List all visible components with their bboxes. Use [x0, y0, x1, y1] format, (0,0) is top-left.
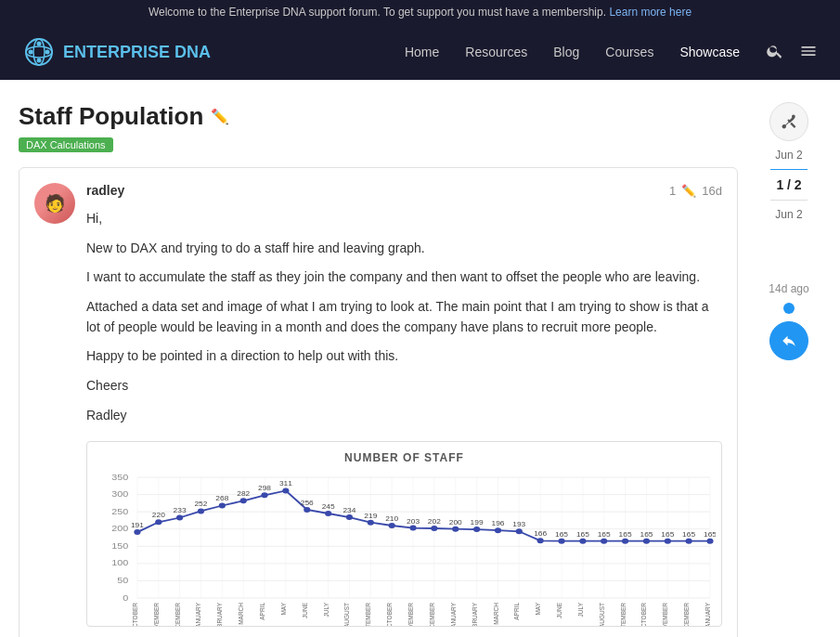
search-icon[interactable] [766, 42, 784, 63]
svg-text:DECEMBER: DECEMBER [428, 603, 436, 626]
logo: ENTERPRISE DNA [22, 35, 211, 69]
post-header: radley 1 ✏️ 16d [86, 183, 722, 198]
post-timestamp: 16d [702, 184, 722, 198]
svg-text:FEBRUARY: FEBRUARY [216, 602, 225, 625]
svg-text:165: 165 [704, 530, 716, 538]
chart-title: NUMBER OF STAFF [93, 451, 716, 464]
sidebar-ago: 14d ago [769, 282, 808, 295]
tag-badge[interactable]: DAX Calculations [19, 137, 113, 152]
svg-point-123 [643, 538, 650, 543]
svg-text:350: 350 [111, 472, 128, 481]
svg-point-72 [282, 488, 289, 493]
svg-point-69 [261, 492, 267, 498]
svg-text:268: 268 [215, 495, 228, 502]
nav-home[interactable]: Home [405, 45, 439, 59]
svg-text:OCTOBER: OCTOBER [386, 603, 394, 626]
svg-text:MARCH: MARCH [492, 603, 500, 625]
svg-point-114 [579, 538, 586, 543]
wrench-icon [781, 113, 797, 130]
sidebar: Jun 2 1 / 2 Jun 2 14d ago [756, 102, 821, 637]
sidebar-page: 1 / 2 [776, 177, 801, 192]
post-greeting: Hi, [86, 209, 722, 229]
svg-text:JANUARY: JANUARY [195, 602, 203, 625]
svg-point-51 [134, 529, 140, 535]
nav-resources[interactable]: Resources [465, 45, 527, 59]
menu-icon[interactable] [799, 42, 818, 63]
sidebar-divider-bottom [770, 200, 808, 201]
svg-text:165: 165 [576, 530, 589, 538]
svg-text:166: 166 [534, 529, 547, 537]
svg-text:0: 0 [123, 592, 129, 602]
svg-point-81 [346, 514, 353, 520]
svg-point-63 [219, 502, 226, 508]
svg-text:SEPTEMBER: SEPTEMBER [365, 603, 373, 626]
svg-text:JANUARY: JANUARY [449, 602, 458, 625]
svg-point-108 [537, 538, 544, 543]
svg-point-75 [304, 506, 310, 512]
svg-text:NOVEMBER: NOVEMBER [662, 603, 670, 626]
sidebar-divider-top [770, 169, 808, 170]
svg-point-5 [29, 50, 33, 55]
svg-point-87 [389, 523, 395, 528]
title-row: Staff Population ✏️ [19, 102, 738, 131]
post-line-1: New to DAX and trying to do a staff hire… [86, 239, 722, 259]
nav-blog[interactable]: Blog [553, 45, 579, 59]
svg-text:233: 233 [174, 507, 187, 514]
svg-text:196: 196 [492, 519, 505, 526]
avatar: 🧑 [34, 183, 75, 224]
svg-text:NOVEMBER: NOVEMBER [152, 603, 161, 626]
svg-text:165: 165 [598, 530, 611, 538]
svg-text:OCTOBER: OCTOBER [131, 603, 139, 626]
page-content: Staff Population ✏️ DAX Calculations 🧑 r… [0, 80, 840, 637]
svg-text:311: 311 [279, 480, 292, 488]
chart-area: 350 300 250 200 150 100 50 [93, 468, 716, 626]
sidebar-dot [783, 303, 795, 314]
svg-text:165: 165 [682, 530, 695, 538]
nav-courses[interactable]: Courses [605, 45, 653, 59]
svg-point-132 [706, 538, 713, 543]
svg-text:203: 203 [407, 517, 420, 525]
reply-button[interactable] [769, 321, 808, 360]
post-line-4: Happy to be pointed in a direction to he… [86, 346, 722, 367]
svg-text:JUNE: JUNE [556, 602, 564, 618]
wrench-button[interactable] [769, 102, 808, 141]
svg-text:DECEMBER: DECEMBER [683, 603, 691, 626]
svg-text:AUGUST: AUGUST [598, 602, 606, 626]
sidebar-date-1: Jun 2 [775, 149, 802, 162]
svg-text:220: 220 [152, 511, 165, 518]
reply-icon [781, 332, 797, 349]
svg-text:SEPTEMBER: SEPTEMBER [619, 603, 627, 626]
svg-point-4 [37, 58, 42, 63]
sign-2: Radley [86, 406, 722, 426]
post-body: radley 1 ✏️ 16d Hi, New to DAX and tryin… [86, 183, 722, 627]
announcement-bar: Welcome to the Enterprise DNA support fo… [0, 0, 840, 24]
logo-text: ENTERPRISE DNA [63, 43, 211, 62]
svg-text:282: 282 [237, 489, 250, 497]
svg-text:165: 165 [555, 530, 568, 538]
svg-text:JANUARY: JANUARY [704, 602, 712, 625]
post-container: 🧑 radley 1 ✏️ 16d Hi, New to DAX and try… [19, 167, 738, 637]
avatar-image: 🧑 [34, 183, 75, 224]
post-content: Hi, New to DAX and trying to do a staff … [86, 209, 722, 426]
signature: Cheers Radley [86, 376, 722, 425]
svg-text:202: 202 [428, 517, 441, 525]
svg-text:OCTOBER: OCTOBER [640, 603, 649, 626]
main-area: Staff Population ✏️ DAX Calculations 🧑 r… [19, 102, 738, 637]
svg-text:AUGUST: AUGUST [343, 602, 352, 626]
svg-text:245: 245 [322, 502, 335, 510]
svg-text:FEBRUARY: FEBRUARY [471, 602, 479, 625]
logo-icon [22, 35, 56, 69]
announcement-link[interactable]: Learn more here [609, 6, 691, 19]
svg-text:252: 252 [194, 500, 207, 508]
svg-text:200: 200 [449, 518, 462, 526]
svg-text:MAY: MAY [279, 602, 288, 615]
nav-showcase[interactable]: Showcase [679, 45, 740, 59]
edit-title-icon[interactable]: ✏️ [211, 108, 229, 125]
svg-point-57 [176, 514, 183, 520]
post-author: radley [86, 183, 124, 198]
svg-text:DECEMBER: DECEMBER [174, 603, 182, 626]
svg-text:NOVEMBER: NOVEMBER [407, 603, 416, 626]
post-edit-num: 1 [669, 184, 676, 198]
header: ENTERPRISE DNA Home Resources Blog Cours… [0, 24, 840, 80]
svg-text:250: 250 [111, 506, 128, 515]
